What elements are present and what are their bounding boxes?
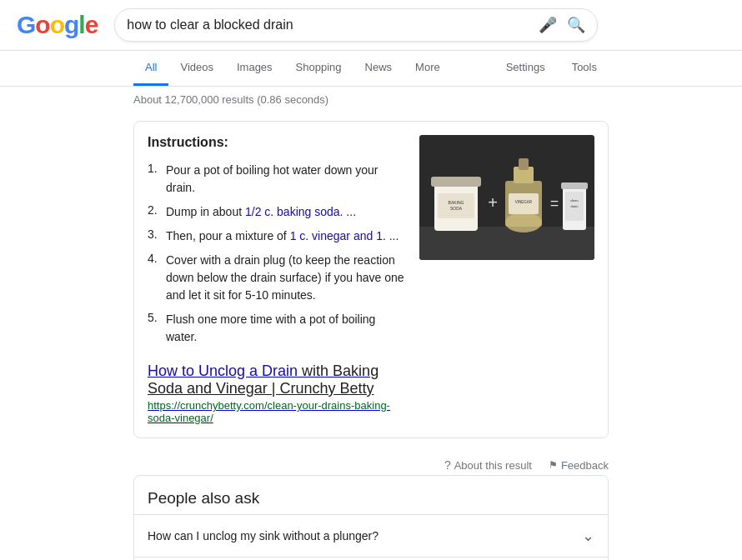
result-url: https://crunchybetty.com/clean-your-drai… [148,399,406,424]
step-2: 2. Dump in about 1/2 c. baking soda. ... [148,200,406,224]
nav-settings[interactable]: Settings [494,51,557,86]
svg-text:SODA: SODA [450,206,463,211]
drain-image-svg: BAKING SODA + VINEGAR = clean drain [419,135,594,260]
svg-text:=: = [550,195,559,212]
featured-snippet: Instructions: 1. Pour a pot of boiling h… [133,121,609,438]
result-meta-bar: ? About this result ⚑ Feedback [133,452,609,475]
search-icons: 🎤 🔍 [539,16,585,34]
featured-image: BAKING SODA + VINEGAR = clean drain [419,135,594,260]
search-button[interactable]: 🔍 [567,16,585,34]
paa-title: People also ask [134,476,608,514]
step2-link[interactable]: 1/2 c. baking soda [245,205,340,218]
step-4: 4. Cover with a drain plug (to keep the … [148,248,406,308]
main-content: Instructions: 1. Pour a pot of boiling h… [0,112,742,560]
nav-news[interactable]: News [353,51,404,86]
question-icon: ? [444,458,451,472]
svg-text:VINEGAR: VINEGAR [515,200,533,204]
instructions-label: Instructions: [148,135,406,150]
header: Google how to clear a blocked drain 🎤 🔍 [0,0,742,51]
svg-text:BAKING: BAKING [449,200,464,205]
search-input[interactable]: how to clear a blocked drain [127,18,532,32]
steps-list: 1. Pour a pot of boiling hot water down … [148,158,406,349]
nav-videos[interactable]: Videos [168,51,225,86]
svg-rect-16 [561,182,588,189]
step-1: 1. Pour a pot of boiling hot water down … [148,158,406,200]
nav-bar: All Videos Images Shopping News More Set… [0,51,742,87]
paa-item-2[interactable]: How do you get rid of smelly drains? ⌄ [134,557,608,560]
svg-rect-3 [431,177,481,187]
flag-icon: ⚑ [549,459,558,471]
svg-rect-1 [419,227,594,260]
chevron-down-icon: ⌄ [582,527,594,545]
step3-link[interactable]: 1 c. vinegar and 1 [290,229,383,242]
nav-tools[interactable]: Tools [560,51,609,86]
svg-text:+: + [488,193,498,212]
nav-more[interactable]: More [404,51,452,86]
nav-shopping[interactable]: Shopping [284,51,353,86]
about-this-result[interactable]: ? About this result [444,458,532,472]
step-5: 5. Flush one more time with a pot of boi… [148,308,406,349]
svg-text:drain: drain [571,204,579,208]
nav-right: Settings Tools [494,51,609,86]
result-link[interactable]: How to Unclog a Drain with Baking Soda a… [148,362,406,424]
google-logo: Google [17,11,98,39]
feedback-button[interactable]: ⚑ Feedback [549,459,609,472]
nav-images[interactable]: Images [225,51,284,86]
featured-content: Instructions: 1. Pour a pot of boiling h… [148,135,406,424]
search-box: how to clear a blocked drain 🎤 🔍 [114,8,598,42]
svg-text:clean: clean [570,198,579,202]
svg-rect-11 [519,158,529,170]
nav-all[interactable]: All [133,51,168,86]
paa-item-1[interactable]: How can I unclog my sink without a plung… [134,514,608,557]
results-info: About 12,700,000 results (0.86 seconds) [0,87,742,112]
mic-icon[interactable]: 🎤 [539,16,557,34]
result-title: How to Unclog a Drain with Baking Soda a… [148,362,406,398]
nav-left: All Videos Images Shopping News More [133,51,452,86]
step-3: 3. Then, pour a mixture of 1 c. vinegar … [148,224,406,248]
people-also-ask-box: People also ask How can I unclog my sink… [133,475,609,560]
